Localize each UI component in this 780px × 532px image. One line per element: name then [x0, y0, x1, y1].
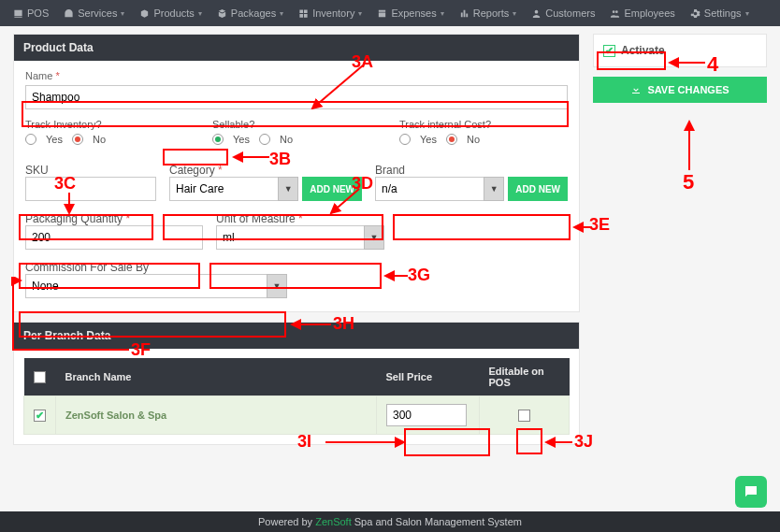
sell-price-input[interactable]: [386, 404, 467, 426]
chat-fab[interactable]: [735, 476, 767, 508]
pack-qty-input[interactable]: [25, 225, 203, 250]
name-input[interactable]: [25, 85, 568, 109]
table-row: ✔ ZenSoft Salon & Spa ✔: [24, 396, 570, 435]
chat-icon: [743, 483, 759, 500]
branch-table: ✔ Branch Name Sell Price Editable on POS…: [23, 358, 570, 435]
col-editable: Editable on POS: [480, 358, 570, 396]
panel-title: Per Branch Data: [14, 323, 579, 349]
category-label: Category *: [169, 164, 223, 177]
track-inventory-label: Track Inventory?: [25, 119, 194, 130]
activate-checkbox[interactable]: ✔: [603, 45, 615, 57]
category-select[interactable]: [169, 177, 298, 201]
nav-employees[interactable]: Employees: [602, 7, 682, 19]
nav-inventory[interactable]: Inventory▾: [291, 7, 369, 19]
download-icon: [630, 84, 642, 95]
category-add-new-button[interactable]: ADD NEW: [302, 177, 362, 201]
pack-qty-label: Packaging Quantity *: [25, 212, 130, 225]
editable-pos-checkbox[interactable]: ✔: [518, 410, 530, 422]
nav-products[interactable]: Products▾: [132, 7, 209, 19]
track-inv-no-radio[interactable]: [72, 134, 83, 145]
save-changes-button[interactable]: SAVE CHANGES: [593, 77, 767, 103]
commission-label: Commission For Sale By: [25, 261, 149, 274]
brand-select[interactable]: [375, 177, 504, 201]
sku-input[interactable]: [25, 177, 156, 201]
brand-label: Brand: [375, 164, 405, 177]
nav-expenses[interactable]: Expenses▾: [369, 7, 451, 19]
footer: Powered by ZenSoft Spa and Salon Managem…: [0, 511, 780, 532]
col-price: Sell Price: [377, 358, 480, 396]
branch-name: ZenSoft Salon & Spa: [56, 396, 377, 435]
brand-add-new-button[interactable]: ADD NEW: [508, 177, 568, 201]
uom-label: Unit of Measure *: [216, 212, 303, 225]
sku-label: SKU: [25, 164, 49, 177]
nav-packages[interactable]: Packages▾: [209, 7, 291, 19]
activate-label: Activate: [621, 44, 665, 57]
sellable-yes-radio[interactable]: [212, 134, 224, 145]
track-cost-label: Track internal Cost?: [399, 119, 568, 130]
footer-brand-link[interactable]: ZenSoft: [315, 516, 352, 527]
nav-pos[interactable]: POS: [6, 7, 56, 19]
track-cost-no-radio[interactable]: [446, 134, 457, 145]
row-checkbox[interactable]: ✔: [34, 410, 46, 422]
product-data-panel: Product Data Name * Track Inventory? Yes…: [13, 34, 580, 312]
top-nav: POS Services▾ Products▾ Packages▾ Invent…: [0, 0, 780, 26]
sellable-no-radio[interactable]: [259, 134, 270, 145]
sellable-label: Sellable?: [212, 119, 381, 130]
nav-customers[interactable]: Customers: [524, 7, 602, 19]
name-label: Name *: [25, 70, 568, 81]
panel-title: Product Data: [14, 35, 579, 61]
commission-select[interactable]: [25, 274, 287, 298]
nav-settings[interactable]: Settings▾: [683, 7, 757, 19]
track-inv-yes-radio[interactable]: [25, 134, 36, 145]
nav-reports[interactable]: Reports▾: [452, 7, 525, 19]
per-branch-panel: Per Branch Data ✔ Branch Name Sell Price…: [13, 322, 580, 445]
activate-card: ✔ Activate: [593, 34, 767, 67]
col-branch: Branch Name: [56, 358, 377, 396]
select-all-checkbox[interactable]: ✔: [34, 371, 46, 383]
track-cost-yes-radio[interactable]: [399, 134, 411, 145]
uom-select[interactable]: [216, 225, 384, 250]
nav-services[interactable]: Services▾: [56, 7, 132, 19]
